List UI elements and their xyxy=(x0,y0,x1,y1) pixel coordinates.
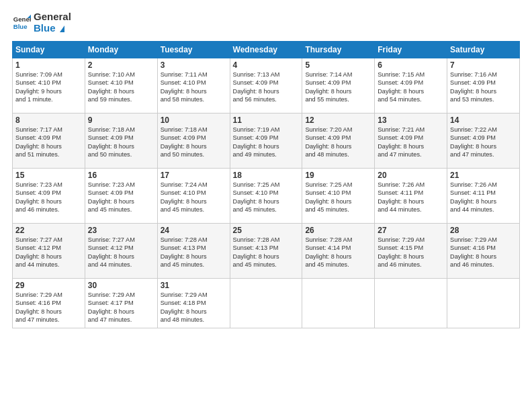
day-number: 27 xyxy=(378,226,444,235)
logo-triangle xyxy=(60,26,64,32)
calendar-cell: 23Sunrise: 7:27 AM Sunset: 4:12 PM Dayli… xyxy=(85,224,157,279)
week-row-5: 29Sunrise: 7:29 AM Sunset: 4:16 PM Dayli… xyxy=(13,279,520,328)
day-number: 15 xyxy=(15,171,82,180)
weekday-tuesday: Tuesday xyxy=(157,42,230,58)
day-info: Sunrise: 7:22 AM Sunset: 4:09 PM Dayligh… xyxy=(450,126,517,159)
day-info: Sunrise: 7:10 AM Sunset: 4:10 PM Dayligh… xyxy=(88,71,154,104)
day-info: Sunrise: 7:11 AM Sunset: 4:10 PM Dayligh… xyxy=(161,71,227,104)
day-number: 5 xyxy=(305,60,371,70)
calendar-cell: 24Sunrise: 7:28 AM Sunset: 4:13 PM Dayli… xyxy=(157,224,230,279)
calendar-cell: 25Sunrise: 7:28 AM Sunset: 4:13 PM Dayli… xyxy=(230,224,302,279)
calendar-cell: 29Sunrise: 7:29 AM Sunset: 4:16 PM Dayli… xyxy=(13,279,85,328)
page: General Blue General Blue SundayMondayTu… xyxy=(0,0,532,411)
weekday-monday: Monday xyxy=(85,42,157,58)
calendar-cell: 26Sunrise: 7:28 AM Sunset: 4:14 PM Dayli… xyxy=(302,224,375,279)
logo-icon: General Blue xyxy=(12,13,31,32)
day-number: 16 xyxy=(88,171,154,180)
day-number: 20 xyxy=(378,171,444,180)
day-info: Sunrise: 7:20 AM Sunset: 4:09 PM Dayligh… xyxy=(305,126,371,159)
header: General Blue General Blue xyxy=(12,11,520,34)
day-number: 23 xyxy=(88,226,154,235)
day-info: Sunrise: 7:25 AM Sunset: 4:10 PM Dayligh… xyxy=(233,181,300,214)
day-info: Sunrise: 7:16 AM Sunset: 4:09 PM Dayligh… xyxy=(450,71,517,104)
calendar-cell: 16Sunrise: 7:23 AM Sunset: 4:09 PM Dayli… xyxy=(85,169,157,224)
calendar-cell: 20Sunrise: 7:26 AM Sunset: 4:11 PM Dayli… xyxy=(375,169,447,224)
day-info: Sunrise: 7:18 AM Sunset: 4:09 PM Dayligh… xyxy=(161,126,227,159)
day-number: 2 xyxy=(88,60,154,70)
day-number: 12 xyxy=(305,116,371,125)
calendar-cell: 11Sunrise: 7:19 AM Sunset: 4:09 PM Dayli… xyxy=(230,113,302,169)
calendar-cell: 17Sunrise: 7:24 AM Sunset: 4:10 PM Dayli… xyxy=(157,169,230,224)
calendar-cell: 19Sunrise: 7:25 AM Sunset: 4:10 PM Dayli… xyxy=(302,169,375,224)
day-info: Sunrise: 7:21 AM Sunset: 4:09 PM Dayligh… xyxy=(378,126,444,159)
day-number: 10 xyxy=(161,116,227,125)
calendar-cell: 21Sunrise: 7:26 AM Sunset: 4:11 PM Dayli… xyxy=(447,169,520,224)
day-info: Sunrise: 7:28 AM Sunset: 4:14 PM Dayligh… xyxy=(305,236,371,269)
day-info: Sunrise: 7:28 AM Sunset: 4:13 PM Dayligh… xyxy=(161,236,227,269)
calendar-cell: 30Sunrise: 7:29 AM Sunset: 4:17 PM Dayli… xyxy=(85,279,157,328)
weekday-sunday: Sunday xyxy=(13,42,85,58)
day-number: 6 xyxy=(378,60,444,70)
calendar-cell: 14Sunrise: 7:22 AM Sunset: 4:09 PM Dayli… xyxy=(447,113,520,169)
calendar-cell: 27Sunrise: 7:29 AM Sunset: 4:15 PM Dayli… xyxy=(375,224,447,279)
day-info: Sunrise: 7:19 AM Sunset: 4:09 PM Dayligh… xyxy=(233,126,300,159)
calendar-cell xyxy=(375,279,447,328)
day-info: Sunrise: 7:13 AM Sunset: 4:09 PM Dayligh… xyxy=(233,71,300,104)
day-number: 14 xyxy=(450,116,517,125)
day-info: Sunrise: 7:17 AM Sunset: 4:09 PM Dayligh… xyxy=(15,126,82,159)
calendar-cell: 3Sunrise: 7:11 AM Sunset: 4:10 PM Daylig… xyxy=(157,58,230,113)
calendar-cell: 6Sunrise: 7:15 AM Sunset: 4:09 PM Daylig… xyxy=(375,58,447,113)
day-info: Sunrise: 7:09 AM Sunset: 4:10 PM Dayligh… xyxy=(15,71,82,104)
day-number: 13 xyxy=(378,116,444,125)
calendar-cell: 12Sunrise: 7:20 AM Sunset: 4:09 PM Dayli… xyxy=(302,113,375,169)
calendar-cell: 15Sunrise: 7:23 AM Sunset: 4:09 PM Dayli… xyxy=(13,169,85,224)
day-info: Sunrise: 7:27 AM Sunset: 4:12 PM Dayligh… xyxy=(15,236,82,269)
day-number: 3 xyxy=(161,60,227,70)
day-number: 21 xyxy=(450,171,517,180)
calendar-cell xyxy=(230,279,302,328)
day-info: Sunrise: 7:25 AM Sunset: 4:10 PM Dayligh… xyxy=(305,181,371,214)
day-info: Sunrise: 7:26 AM Sunset: 4:11 PM Dayligh… xyxy=(450,181,517,214)
day-info: Sunrise: 7:29 AM Sunset: 4:17 PM Dayligh… xyxy=(88,291,154,324)
weekday-header-row: SundayMondayTuesdayWednesdayThursdayFrid… xyxy=(13,42,520,58)
day-info: Sunrise: 7:27 AM Sunset: 4:12 PM Dayligh… xyxy=(88,236,154,269)
calendar-cell: 28Sunrise: 7:29 AM Sunset: 4:16 PM Dayli… xyxy=(447,224,520,279)
day-info: Sunrise: 7:29 AM Sunset: 4:15 PM Dayligh… xyxy=(378,236,444,269)
day-number: 11 xyxy=(233,116,300,125)
calendar-cell: 7Sunrise: 7:16 AM Sunset: 4:09 PM Daylig… xyxy=(447,58,520,113)
calendar-cell: 18Sunrise: 7:25 AM Sunset: 4:10 PM Dayli… xyxy=(230,169,302,224)
day-number: 25 xyxy=(233,226,300,235)
day-info: Sunrise: 7:15 AM Sunset: 4:09 PM Dayligh… xyxy=(378,71,444,104)
day-number: 18 xyxy=(233,171,300,180)
day-info: Sunrise: 7:26 AM Sunset: 4:11 PM Dayligh… xyxy=(378,181,444,214)
calendar-cell: 4Sunrise: 7:13 AM Sunset: 4:09 PM Daylig… xyxy=(230,58,302,113)
logo-blue: Blue xyxy=(34,22,56,34)
week-row-4: 22Sunrise: 7:27 AM Sunset: 4:12 PM Dayli… xyxy=(13,224,520,279)
calendar-cell: 22Sunrise: 7:27 AM Sunset: 4:12 PM Dayli… xyxy=(13,224,85,279)
week-row-3: 15Sunrise: 7:23 AM Sunset: 4:09 PM Dayli… xyxy=(13,169,520,224)
day-number: 17 xyxy=(161,171,227,180)
calendar-cell: 1Sunrise: 7:09 AM Sunset: 4:10 PM Daylig… xyxy=(13,58,85,113)
day-number: 26 xyxy=(305,226,371,235)
day-number: 28 xyxy=(450,226,517,235)
calendar-cell: 31Sunrise: 7:29 AM Sunset: 4:18 PM Dayli… xyxy=(157,279,230,328)
logo: General Blue General Blue xyxy=(12,11,71,34)
day-number: 1 xyxy=(15,60,82,70)
calendar-cell: 5Sunrise: 7:14 AM Sunset: 4:09 PM Daylig… xyxy=(302,58,375,113)
weekday-friday: Friday xyxy=(375,42,447,58)
calendar-cell xyxy=(447,279,520,328)
calendar-cell: 2Sunrise: 7:10 AM Sunset: 4:10 PM Daylig… xyxy=(85,58,157,113)
day-number: 22 xyxy=(15,226,82,235)
weekday-thursday: Thursday xyxy=(302,42,375,58)
day-number: 8 xyxy=(15,116,82,125)
day-number: 19 xyxy=(305,171,371,180)
day-number: 29 xyxy=(15,281,82,290)
day-number: 30 xyxy=(88,281,154,290)
day-number: 24 xyxy=(161,226,227,235)
day-info: Sunrise: 7:29 AM Sunset: 4:18 PM Dayligh… xyxy=(161,291,227,324)
calendar-cell xyxy=(302,279,375,328)
day-info: Sunrise: 7:29 AM Sunset: 4:16 PM Dayligh… xyxy=(15,291,82,324)
calendar-cell: 8Sunrise: 7:17 AM Sunset: 4:09 PM Daylig… xyxy=(13,113,85,169)
day-info: Sunrise: 7:24 AM Sunset: 4:10 PM Dayligh… xyxy=(161,181,227,214)
logo-general: General xyxy=(34,11,71,22)
